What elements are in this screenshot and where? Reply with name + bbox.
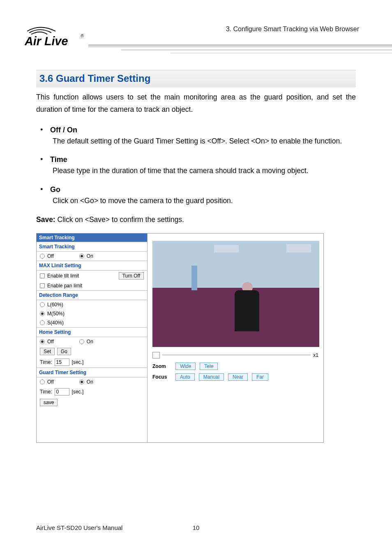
guard-on-radio[interactable]: [79, 379, 84, 384]
guard-sec-label: [sec.]: [72, 389, 84, 395]
focus-far-button[interactable]: Far: [252, 373, 268, 381]
page-number: 10: [188, 524, 204, 531]
tilt-limit-label: Enable tilt limit: [47, 273, 79, 279]
home-time-label: Time:: [40, 359, 52, 365]
logo: Air Live ®: [25, 24, 86, 51]
save-button[interactable]: save: [40, 399, 58, 406]
guard-time-input[interactable]: 0: [55, 388, 69, 395]
detection-l-label: L(60%): [47, 302, 63, 308]
smart-tracking-on-radio[interactable]: [79, 254, 84, 259]
page-footer: AirLive ST-SD20 User's Manual 10: [36, 524, 356, 531]
detection-m-label: M(50%): [47, 311, 65, 317]
svg-text:®: ®: [81, 34, 84, 38]
guard-off-radio[interactable]: [40, 379, 45, 384]
focus-near-button[interactable]: Near: [228, 373, 248, 381]
smart-tracking-heading: Smart Tracking: [37, 242, 147, 252]
focus-label: Focus: [152, 374, 171, 380]
home-time-input[interactable]: 15: [55, 358, 69, 366]
bullet-head: Off / On: [50, 126, 356, 134]
home-on-radio[interactable]: [79, 339, 84, 344]
home-sec-label: [sec.]: [72, 359, 84, 365]
section-heading: 3.6 Guard Timer Setting: [36, 70, 356, 87]
footer-left: AirLive ST-SD20 User's Manual: [36, 524, 188, 531]
home-setting-heading: Home Setting: [37, 327, 147, 337]
bullet-body: The default setting of the Guard Timer S…: [50, 135, 356, 148]
home-set-button[interactable]: Set: [40, 348, 55, 355]
detection-s-radio[interactable]: [40, 320, 45, 325]
bullet-body: Please type in the duration of time that…: [50, 165, 356, 177]
save-note: Save: Click on <Save> to confirm the set…: [36, 215, 356, 224]
bullet-go: Go Click on <Go> to move the camera to t…: [36, 185, 356, 207]
focus-auto-button[interactable]: Auto: [175, 373, 195, 381]
detection-l-radio[interactable]: [40, 302, 45, 307]
off-label: Off: [47, 253, 54, 259]
zoom-mag-label: x1: [313, 352, 318, 358]
guard-off-label: Off: [47, 379, 54, 385]
detection-m-radio[interactable]: [40, 311, 45, 316]
turn-off-button[interactable]: Turn Off: [119, 272, 144, 280]
detection-range-heading: Detection Range: [37, 290, 147, 300]
guard-on-label: On: [87, 379, 93, 385]
bullet-body: Click on <Go> to move the camera to the …: [50, 195, 356, 207]
zoom-wide-button[interactable]: Wide: [175, 363, 196, 370]
home-go-button[interactable]: Go: [57, 348, 71, 355]
svg-text:Air Live: Air Live: [25, 35, 68, 48]
pan-limit-checkbox[interactable]: [40, 283, 45, 288]
focus-manual-button[interactable]: Manual: [199, 373, 224, 381]
zoom-slider-track[interactable]: [162, 355, 311, 355]
save-text: Click on <Save> to confirm the settings.: [55, 215, 184, 224]
zoom-tele-button[interactable]: Tele: [200, 363, 218, 370]
bullet-head: Time: [50, 155, 356, 164]
zoom-slider-row: x1: [152, 352, 318, 358]
zoom-label: Zoom: [152, 363, 171, 369]
panel-title: Smart Tracking: [37, 234, 147, 242]
header-divider: [88, 44, 392, 57]
home-off-label: Off: [47, 339, 54, 345]
embedded-ui: Smart Tracking Smart Tracking Off On MAX…: [36, 233, 324, 443]
zoom-controls-row: Zoom Wide Tele: [152, 363, 268, 370]
detection-s-label: S(40%): [47, 320, 64, 326]
home-on-label: On: [87, 339, 93, 345]
tilt-limit-checkbox[interactable]: [40, 273, 45, 278]
guard-time-label: Time:: [40, 389, 52, 395]
bullet-head: Go: [50, 185, 356, 194]
bullet-off-on: Off / On The default setting of the Guar…: [36, 126, 356, 148]
guard-timer-heading: Guard Timer Setting: [37, 368, 147, 377]
breadcrumb: 3. Configure Smart Tracking via Web Brow…: [226, 25, 359, 33]
on-label: On: [87, 253, 93, 259]
focus-controls-row: Focus Auto Manual Near Far: [152, 373, 268, 381]
home-off-radio[interactable]: [40, 339, 45, 344]
pan-limit-label: Enable pan limit: [47, 283, 82, 289]
camera-preview: [152, 241, 319, 347]
section-intro: This function allows users to set the ma…: [36, 91, 356, 116]
zoom-slider-handle[interactable]: [152, 352, 160, 358]
bullet-time: Time Please type in the duration of time…: [36, 155, 356, 177]
max-limit-heading: MAX Limit Setting: [37, 261, 147, 271]
save-label: Save:: [36, 215, 55, 224]
smart-tracking-off-radio[interactable]: [40, 254, 45, 259]
